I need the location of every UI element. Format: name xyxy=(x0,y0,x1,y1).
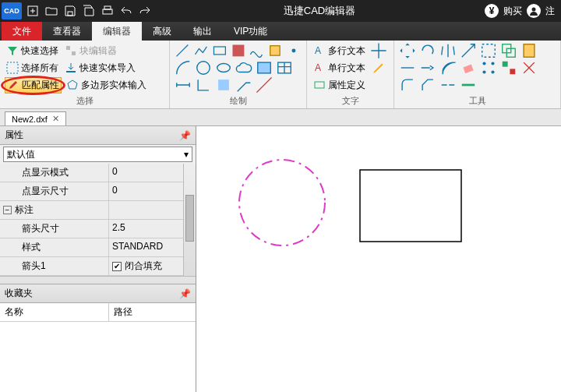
filter-icon xyxy=(6,44,19,57)
polygon-entity-input-button[interactable]: 多边形实体输入 xyxy=(65,78,148,93)
point-icon[interactable] xyxy=(286,42,302,59)
prop-value[interactable]: 0 xyxy=(109,164,183,182)
save-icon[interactable] xyxy=(62,2,79,19)
tool-scale-icon[interactable] xyxy=(460,42,477,59)
line-icon[interactable] xyxy=(175,42,190,59)
tool-chamfer-icon[interactable] xyxy=(419,76,436,94)
group-label-draw: 绘制 xyxy=(175,94,302,108)
pin-icon[interactable]: 📌 xyxy=(179,130,191,141)
tab-advanced[interactable]: 高级 xyxy=(142,22,182,41)
match-properties-button[interactable]: 匹配属性 xyxy=(5,77,62,94)
scrollbar-thumb[interactable] xyxy=(185,195,194,242)
app-title: 迅捷CAD编辑器 xyxy=(154,4,485,18)
circle-icon[interactable] xyxy=(195,59,212,76)
tool-move-icon[interactable] xyxy=(399,42,416,59)
insert-image-icon[interactable] xyxy=(256,59,273,76)
tool-extend-icon[interactable] xyxy=(419,59,436,76)
svg-rect-7 xyxy=(7,62,18,73)
combo-value: 默认值 xyxy=(7,148,35,161)
leader-icon[interactable] xyxy=(235,76,252,94)
print-icon[interactable] xyxy=(99,2,116,19)
attdef-button[interactable]: 属性定义 xyxy=(312,78,367,93)
tool-join-icon[interactable] xyxy=(460,76,477,94)
new-icon[interactable] xyxy=(24,2,41,19)
close-tab-icon[interactable]: ✕ xyxy=(52,114,59,124)
scrollbar[interactable] xyxy=(183,164,196,276)
tool-break-icon[interactable] xyxy=(439,76,457,94)
table-icon[interactable] xyxy=(276,59,293,76)
tool-mirror-icon[interactable] xyxy=(439,42,457,59)
left-panel: 属性 📌 默认值 ▾ 点显示模式0 点显示尺寸0 −标注 箭头尺寸2.5 样式S… xyxy=(0,126,196,392)
svg-text:A: A xyxy=(315,45,321,56)
prop-category[interactable]: −标注 xyxy=(0,201,109,219)
tool-trim-icon[interactable] xyxy=(399,59,416,76)
login-label[interactable]: 注 xyxy=(545,5,555,18)
block-editor-button: 块编辑器 xyxy=(63,44,118,58)
svg-point-14 xyxy=(217,64,231,72)
svg-rect-3 xyxy=(104,6,111,9)
prop-value[interactable]: 0 xyxy=(109,182,183,200)
tool-erase-icon[interactable] xyxy=(460,59,477,76)
tab-editor[interactable]: 编辑器 xyxy=(92,22,142,41)
ortho-icon[interactable] xyxy=(195,76,212,94)
tab-vip[interactable]: VIP功能 xyxy=(223,22,278,41)
drawing-canvas[interactable] xyxy=(196,126,561,392)
saveall-icon[interactable] xyxy=(80,2,97,19)
svg-rect-21 xyxy=(482,44,496,58)
dim-linear-icon[interactable] xyxy=(175,76,192,94)
group-label-text: 文字 xyxy=(312,94,389,108)
block-icon xyxy=(65,44,77,57)
tool-select-icon[interactable] xyxy=(480,42,497,59)
edit-icon[interactable] xyxy=(370,59,387,76)
prop-value[interactable]: STANDARD xyxy=(109,238,183,256)
tab-viewer[interactable]: 查看器 xyxy=(42,22,92,41)
tool-explode-icon[interactable] xyxy=(520,59,538,76)
tool-rotate-icon[interactable] xyxy=(419,42,436,59)
tool-fillet-icon[interactable] xyxy=(399,76,416,94)
arc-icon[interactable] xyxy=(175,59,192,76)
favorites-header: 收藏夹 📌 xyxy=(0,284,196,303)
region-icon[interactable] xyxy=(267,42,283,59)
svg-point-28 xyxy=(482,70,485,73)
tool-group-icon[interactable] xyxy=(500,59,517,76)
col-name[interactable]: 名称 xyxy=(0,303,109,321)
col-path[interactable]: 路径 xyxy=(109,303,137,321)
tool-offset-icon[interactable] xyxy=(439,59,457,76)
tab-file[interactable]: 文件 xyxy=(2,22,42,41)
tool-paste-icon[interactable] xyxy=(520,42,538,59)
tool-array-icon[interactable] xyxy=(480,59,497,76)
stext-button[interactable]: A单行文本 xyxy=(312,61,367,76)
tool-copy-icon[interactable] xyxy=(500,42,517,59)
document-tab[interactable]: New2.dxf ✕ xyxy=(5,111,66,125)
svg-point-26 xyxy=(482,62,485,65)
checkbox-icon[interactable]: ✔ xyxy=(112,262,122,271)
svg-rect-9 xyxy=(213,47,225,55)
redo-icon[interactable] xyxy=(136,2,153,19)
select-all-button[interactable]: 选择所有 xyxy=(5,61,60,76)
rect-icon[interactable] xyxy=(212,42,228,59)
collapse-icon[interactable]: − xyxy=(3,206,12,214)
pin-icon[interactable]: 📌 xyxy=(179,288,191,299)
undo-icon[interactable] xyxy=(118,2,135,19)
tab-output[interactable]: 输出 xyxy=(182,22,223,41)
quick-entity-import-button[interactable]: 快速实体导入 xyxy=(63,61,137,76)
currency-icon[interactable]: ¥ xyxy=(485,4,499,18)
cloud-icon[interactable] xyxy=(235,59,252,76)
mtext-button[interactable]: A多行文本 xyxy=(312,44,367,58)
ellipse-icon[interactable] xyxy=(215,59,232,76)
quick-select-button[interactable]: 快速选择 xyxy=(5,44,60,58)
group-label-tools: 工具 xyxy=(399,94,556,108)
block-insert-icon[interactable] xyxy=(215,76,232,94)
hatch-icon[interactable] xyxy=(231,42,246,59)
svg-point-27 xyxy=(491,62,494,65)
spline-icon[interactable] xyxy=(249,42,264,59)
move-icon[interactable] xyxy=(370,42,387,59)
prop-value[interactable]: ✔闭合填充 xyxy=(109,257,183,275)
prop-value[interactable]: 2.5 xyxy=(109,220,183,238)
user-icon[interactable] xyxy=(527,4,541,18)
xline-icon[interactable] xyxy=(256,76,273,94)
default-combo[interactable]: 默认值 ▾ xyxy=(3,147,192,162)
buy-label[interactable]: 购买 xyxy=(503,5,522,18)
open-icon[interactable] xyxy=(43,2,60,19)
polyline-icon[interactable] xyxy=(193,42,209,59)
